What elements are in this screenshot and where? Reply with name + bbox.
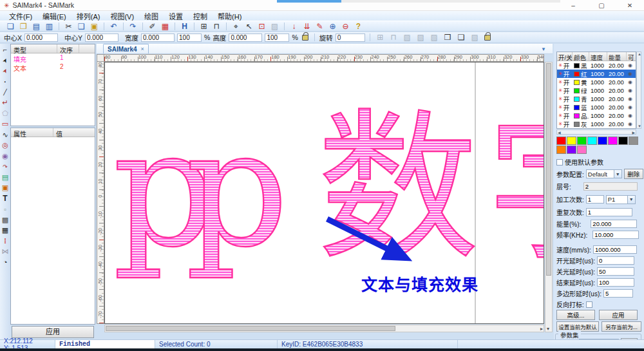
close-button[interactable]: ✕: [616, 0, 644, 11]
canvas-horizontal-scrollbar[interactable]: ▸: [104, 325, 544, 332]
layer-table-hscrollbar[interactable]: ◀▶: [556, 129, 636, 135]
group-icon[interactable]: [442, 33, 453, 43]
layer-row[interactable]: ✳开 青 1000 20.00 ◉: [557, 95, 636, 103]
chevron-down-icon[interactable]: ▼: [627, 196, 635, 204]
new-file-icon[interactable]: [5, 21, 16, 31]
mark-start-icon[interactable]: [289, 21, 299, 31]
menu-item[interactable]: 排列(A): [71, 11, 106, 21]
goto-frame-icon[interactable]: [256, 21, 267, 31]
status-light-tool-icon[interactable]: [1, 236, 10, 245]
menu-item[interactable]: 文件(F): [4, 11, 37, 21]
palette-swatch[interactable]: [556, 137, 566, 145]
scrollbar-thumb[interactable]: [546, 63, 551, 276]
center-x-input[interactable]: [24, 33, 58, 42]
document-tab[interactable]: SAIMark4 ×: [103, 44, 149, 53]
layer-visible-icon[interactable]: ◉: [627, 113, 634, 119]
select-tool-icon[interactable]: [1, 56, 10, 65]
height-percent-input[interactable]: [265, 33, 289, 42]
tab-close-icon[interactable]: ×: [141, 46, 144, 52]
zoom-out-icon[interactable]: [340, 21, 351, 31]
bitmap-tool-icon[interactable]: [1, 184, 10, 193]
document-tab-label[interactable]: SAIMark4: [108, 46, 137, 53]
laser-off-input[interactable]: [597, 267, 634, 276]
layer-visible-icon[interactable]: ◉: [627, 104, 634, 110]
ungroup-icon[interactable]: [456, 33, 467, 43]
curve-tool-icon[interactable]: [1, 130, 10, 139]
header-on-off[interactable]: 开/关: [557, 52, 573, 61]
mark-param-icon[interactable]: [301, 21, 312, 31]
width-input[interactable]: [141, 33, 175, 42]
undo-icon[interactable]: [108, 21, 119, 31]
palette-swatch[interactable]: [608, 137, 618, 145]
aspect-lock-icon[interactable]: [302, 35, 308, 41]
drawing-canvas[interactable]: pp数字 文本与填充效果: [104, 62, 544, 324]
header-speed[interactable]: 速度: [589, 52, 607, 61]
palette-swatch[interactable]: [598, 137, 607, 145]
scroll-down-icon[interactable]: ▾: [547, 326, 549, 332]
hatch-fill-icon[interactable]: [160, 21, 171, 31]
property-header-prop[interactable]: 属性: [11, 128, 53, 137]
layer-row[interactable]: ✳开 黑 1000 20.00 ◉: [557, 61, 636, 70]
circle-tool-icon[interactable]: [1, 141, 10, 150]
layer-row[interactable]: ✳开 灰 1000 20.00 ◉: [557, 120, 636, 128]
passes-input[interactable]: [586, 195, 604, 204]
canvas-vertical-scrollbar[interactable]: ▾: [545, 62, 553, 332]
energy-input[interactable]: [591, 220, 637, 228]
width-percent-input[interactable]: [177, 33, 202, 42]
rotate-input[interactable]: [336, 33, 365, 42]
layer-table-vscrollbar[interactable]: ▲▼: [636, 52, 641, 129]
zoom-in-icon[interactable]: [327, 21, 338, 31]
ellipse-tool-icon[interactable]: [1, 151, 10, 160]
annotation-label[interactable]: 文本与填充效果: [361, 272, 478, 295]
object-list-row[interactable]: 文本 2: [11, 62, 95, 71]
arc-tool-icon[interactable]: [1, 162, 10, 171]
repeat-input[interactable]: [586, 208, 632, 216]
rectangle-tool-icon[interactable]: [1, 120, 10, 129]
passes-profile-select[interactable]: P1 ▼: [606, 195, 636, 204]
layer-row[interactable]: ✳开 蓝 1000 20.00 ◉: [557, 103, 636, 111]
mark-pen-icon[interactable]: [314, 21, 325, 31]
palette-swatch[interactable]: [629, 137, 638, 145]
profile-select[interactable]: Default ▼: [586, 169, 622, 178]
end-delay-input[interactable]: [597, 278, 634, 287]
palette-swatch[interactable]: [618, 137, 628, 145]
measure-icon[interactable]: [211, 21, 222, 31]
toolbar-overflow-icon[interactable]: ▼: [541, 46, 546, 52]
redo-icon[interactable]: [128, 21, 138, 31]
layer-row[interactable]: ✳开 黄 1000 20.00 ◉: [557, 78, 636, 86]
menu-item[interactable]: 帮助(H): [213, 11, 247, 21]
copy-icon[interactable]: [76, 21, 87, 31]
object-list-header-type[interactable]: 类型: [11, 44, 57, 53]
fit-view-icon[interactable]: [198, 21, 209, 31]
layer-visible-icon[interactable]: ◉: [627, 96, 634, 102]
laser-on-input[interactable]: [597, 256, 634, 265]
layer-visible-icon[interactable]: ◉: [627, 62, 634, 68]
scroll-right-icon[interactable]: ▸: [540, 325, 543, 332]
fill-tool-icon[interactable]: [1, 215, 10, 224]
menu-item[interactable]: 绘图: [139, 11, 164, 21]
height-input[interactable]: [229, 33, 262, 42]
help-icon[interactable]: [353, 21, 364, 31]
save-current-as-button[interactable]: 另存当前为...: [601, 321, 641, 332]
layer-visible-icon[interactable]: ◉: [627, 79, 634, 85]
paste-icon[interactable]: [89, 21, 100, 31]
point-tool-icon[interactable]: [1, 77, 10, 86]
barcode-tool-icon[interactable]: [1, 226, 10, 235]
layer-row[interactable]: ✳开 绿 1000 20.00 ◉: [557, 86, 636, 95]
hatched-art-text[interactable]: pp数字: [113, 95, 544, 282]
advanced-button[interactable]: 高级...: [556, 310, 595, 320]
node-edit-icon[interactable]: [147, 21, 158, 31]
palette-swatch[interactable]: [577, 137, 587, 145]
align-center-icon[interactable]: [179, 21, 190, 31]
save-file-icon[interactable]: [31, 21, 42, 31]
polygon-tool-icon[interactable]: [1, 109, 10, 118]
menu-item[interactable]: 控制: [188, 11, 213, 21]
menu-item[interactable]: 视图(V): [105, 11, 139, 21]
use-default-checkbox[interactable]: [556, 159, 563, 166]
object-list-row[interactable]: 填充 1: [11, 53, 95, 62]
palette-swatch[interactable]: [587, 137, 597, 145]
save-as-icon[interactable]: [44, 21, 55, 31]
pick-tool-icon[interactable]: [243, 21, 254, 31]
unlock-object-icon[interactable]: [484, 35, 491, 41]
text-tool-icon[interactable]: [1, 194, 10, 203]
